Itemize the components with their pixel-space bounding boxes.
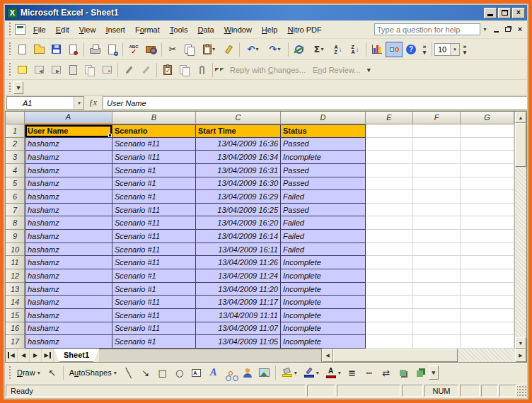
cell-C15[interactable]: 13/04/2009 11:11 (196, 309, 281, 322)
cell-G5[interactable] (461, 177, 514, 191)
paste-button[interactable]: ▾ (198, 42, 220, 57)
cell-B15[interactable]: Scenario #11 (112, 309, 196, 322)
reviewing-toolbar-grip[interactable] (8, 63, 11, 76)
column-header-D[interactable]: D (281, 112, 366, 124)
new-button[interactable] (13, 42, 30, 57)
cell-B7[interactable]: Scenario #11 (112, 204, 196, 217)
cell-A15[interactable]: hashamz (25, 309, 112, 322)
cell-F4[interactable] (413, 164, 461, 177)
cell-G8[interactable] (461, 216, 514, 230)
cell-B1[interactable]: Scenario (112, 124, 196, 138)
column-header-C[interactable]: C (196, 112, 281, 124)
text-box-button[interactable]: A (188, 365, 205, 380)
menu-nitro-pdf[interactable]: Nitro PDF (282, 23, 326, 36)
format-painter-button[interactable] (220, 42, 237, 57)
workbook-icon[interactable] (15, 24, 25, 35)
cell-F15[interactable] (413, 309, 461, 322)
vertical-scrollbar[interactable]: ▲ ▼ (514, 112, 526, 349)
row-header-17[interactable]: 17 (6, 335, 25, 349)
cell-E1[interactable] (366, 124, 413, 138)
cell-A7[interactable]: hashamz (25, 204, 112, 217)
cell-A4[interactable]: hashamz (25, 164, 112, 177)
cell-E7[interactable] (366, 204, 413, 217)
cell-B3[interactable]: Scenario #11 (112, 151, 196, 164)
cell-C1[interactable]: Start Time (196, 124, 281, 138)
minimize-button[interactable] (484, 8, 497, 18)
column-header-E[interactable]: E (366, 112, 413, 124)
ink-annotations-button[interactable] (120, 62, 137, 78)
cell-E11[interactable] (366, 256, 413, 269)
cell-G4[interactable] (461, 164, 514, 177)
cell-D4[interactable]: Passed (281, 164, 366, 177)
cell-G11[interactable] (461, 256, 514, 269)
cell-B12[interactable]: Scenario #1 (112, 269, 196, 283)
row-header-12[interactable]: 12 (6, 269, 25, 283)
cell-G3[interactable] (461, 151, 514, 164)
column-header-G[interactable]: G (461, 112, 514, 124)
update-file-button[interactable]: ✓ (159, 62, 176, 78)
cell-E13[interactable] (366, 283, 413, 296)
show-all-comments-button[interactable] (81, 62, 98, 78)
cell-F11[interactable] (413, 256, 461, 269)
previous-comment-button[interactable]: ◀ (30, 62, 47, 78)
cell-F10[interactable] (413, 243, 461, 257)
formatting-toolbar-options-button[interactable]: »▾ (460, 42, 470, 57)
wordart-button[interactable]: A (205, 365, 222, 380)
menu-format[interactable]: Format (130, 23, 165, 36)
row-header-8[interactable]: 8 (6, 216, 25, 230)
scroll-up-button[interactable]: ▲ (515, 112, 526, 123)
drawing-toolbar-options-button[interactable]: ▾ (429, 366, 439, 380)
cell-F8[interactable] (413, 216, 461, 230)
next-comment-button[interactable]: ▶ (47, 62, 64, 78)
new-comment-button[interactable] (13, 62, 30, 78)
row-header-11[interactable]: 11 (6, 256, 25, 269)
cell-D12[interactable]: Incomplete (281, 269, 366, 283)
reviewing-toolbar-options-button[interactable]: ▾ (364, 62, 374, 78)
row-header-14[interactable]: 14 (6, 296, 25, 309)
select-all-corner[interactable] (6, 112, 25, 124)
column-header-B[interactable]: B (112, 112, 196, 124)
cell-C2[interactable]: 13/04/2009 16:36 (196, 138, 281, 151)
oval-button[interactable]: ○ (171, 365, 188, 380)
cell-G15[interactable] (461, 309, 514, 322)
cell-D8[interactable]: Failed (281, 216, 366, 230)
next-sheet-button[interactable]: ▶ (30, 349, 42, 362)
cell-F3[interactable] (413, 151, 461, 164)
cell-C6[interactable]: 13/04/2009 16:29 (196, 190, 281, 204)
row-header-1[interactable]: 1 (6, 124, 25, 138)
row-header-4[interactable]: 4 (6, 164, 25, 177)
cell-F16[interactable] (413, 322, 461, 336)
cell-E4[interactable] (366, 164, 413, 177)
cell-B16[interactable]: Scenario #11 (112, 322, 196, 336)
cell-D2[interactable]: Passed (281, 138, 366, 151)
cell-E10[interactable] (366, 243, 413, 257)
cell-C11[interactable]: 13/04/2009 11:26 (196, 256, 281, 269)
row-header-9[interactable]: 9 (6, 230, 25, 243)
menu-data[interactable]: Data (192, 23, 219, 36)
cell-B10[interactable]: Scenario #11 (112, 243, 196, 257)
cell-G16[interactable] (461, 322, 514, 336)
cell-A10[interactable]: hashamz (25, 243, 112, 257)
line-color-button[interactable]: ▾ (300, 365, 322, 380)
scroll-down-button[interactable]: ▼ (515, 337, 526, 349)
copy-button[interactable] (181, 42, 198, 57)
cell-F9[interactable] (413, 230, 461, 243)
name-box-dropdown-icon[interactable]: ▾ (74, 97, 83, 109)
cell-B17[interactable]: Scenario #1 (112, 335, 196, 349)
menu-view[interactable]: View (74, 23, 101, 36)
delete-comment-button[interactable]: × (98, 62, 115, 78)
row-header-3[interactable]: 3 (6, 151, 25, 164)
cell-A11[interactable]: hashamz (25, 256, 112, 269)
cell-C17[interactable]: 13/04/2009 11:05 (196, 335, 281, 349)
cell-C14[interactable]: 13/04/2009 11:17 (196, 296, 281, 309)
cell-F6[interactable] (413, 190, 461, 204)
formula-bar-content[interactable]: User Name (103, 96, 527, 110)
sort-ascending-button[interactable]: AZ↓ (330, 42, 347, 57)
dash-style-button[interactable]: ┅ (361, 365, 378, 380)
cell-D14[interactable]: Incomplete (281, 296, 366, 309)
sort-descending-button[interactable]: ZA↓ (347, 42, 364, 57)
cell-C9[interactable]: 13/04/2009 16:14 (196, 230, 281, 243)
line-button[interactable]: ╲ (120, 365, 137, 380)
cell-D13[interactable]: Incomplete (281, 283, 366, 296)
column-header-A[interactable]: A (25, 112, 112, 124)
